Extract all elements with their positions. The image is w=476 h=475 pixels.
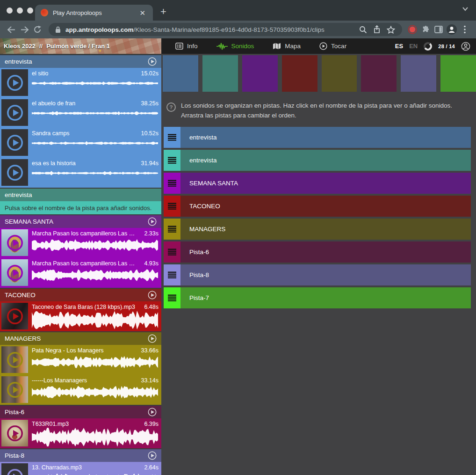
account-icon[interactable] — [461, 42, 470, 51]
clip-thumbnail[interactable] — [1, 463, 28, 475]
track-row[interactable]: TACONEO — [164, 196, 471, 217]
track-play-icon[interactable] — [148, 217, 157, 226]
language-es[interactable]: ES — [395, 43, 403, 50]
drag-handle[interactable] — [164, 287, 180, 308]
drag-handle[interactable] — [164, 219, 180, 240]
browser-tab[interactable]: Play Antropoloops ✕ — [35, 5, 153, 21]
address-bar[interactable]: app.antropoloops.com/Kleos-Santa-Marina/… — [49, 23, 402, 36]
clip-play-icon[interactable] — [6, 73, 24, 92]
minimize-window-icon[interactable] — [17, 7, 23, 14]
forward-icon[interactable] — [18, 23, 31, 36]
clip-play-icon[interactable] — [6, 424, 24, 443]
profile-avatar[interactable] — [445, 23, 458, 36]
tab-close-icon[interactable]: ✕ — [137, 8, 147, 17]
clip-play-icon[interactable] — [6, 163, 24, 182]
tab-search-chevron-icon[interactable] — [462, 7, 469, 11]
zoom-icon[interactable] — [356, 23, 369, 36]
clip-play-icon[interactable] — [6, 234, 24, 252]
track-row[interactable]: Pista-6 — [164, 241, 471, 263]
new-tab-button[interactable]: + — [160, 7, 166, 17]
clip-item[interactable]: 13. Charradas.mp3 2.64s — [0, 462, 161, 475]
browser-menu-icon[interactable] — [458, 23, 471, 36]
zoom-window-icon[interactable] — [27, 7, 33, 14]
track-play-icon[interactable] — [148, 451, 157, 460]
track-play-icon[interactable] — [148, 334, 157, 343]
track-play-icon[interactable] — [148, 57, 157, 66]
clip-thumbnail[interactable] — [1, 129, 28, 156]
sidebar-track-header[interactable]: SEMANA SANTA — [0, 215, 161, 228]
sidebar-track-header[interactable]: Pista-6 — [0, 406, 161, 418]
breadcrumb[interactable]: Kleos 2022 // Pulmón verde / Fran 1 — [0, 38, 161, 54]
track-row[interactable]: MANAGERS — [164, 219, 471, 240]
clip-play-icon[interactable] — [6, 468, 24, 475]
sidebar-track-header[interactable]: entrevista — [0, 55, 161, 68]
clip-item[interactable]: el sitio 15.02s — [0, 68, 161, 98]
clip-item[interactable]: T633R01.mp3 6.39s — [0, 418, 161, 448]
track-color-swatch[interactable] — [242, 55, 278, 92]
clip-item[interactable]: Marcha Pasan los campanilleros Las Mejor… — [0, 258, 161, 288]
drag-handle[interactable] — [164, 241, 180, 263]
share-icon[interactable] — [370, 23, 383, 36]
clip-item[interactable]: el abuelo de fran 38.25s — [0, 98, 161, 128]
track-row[interactable]: Pista-7 — [164, 287, 471, 308]
clip-item[interactable]: Pata Negra - Los Managers 33.66s — [0, 345, 161, 375]
clip-play-icon[interactable] — [6, 263, 24, 282]
track-color-swatch[interactable] — [361, 55, 397, 92]
language-en[interactable]: EN — [409, 43, 418, 50]
sidebar-track-header[interactable]: TACONEO — [0, 289, 161, 301]
drag-handle[interactable] — [164, 264, 180, 285]
clip-thumbnail[interactable] — [1, 376, 28, 403]
track-color-swatch[interactable] — [163, 55, 198, 92]
clip-thumbnail[interactable] — [1, 420, 28, 446]
nav-tab-tocar[interactable]: Tocar — [319, 42, 346, 50]
clip-thumbnail[interactable] — [1, 69, 28, 96]
sidebar-track-header[interactable]: entrevista — [0, 189, 161, 201]
track-row[interactable]: entrevista — [164, 127, 471, 148]
side-panel-icon[interactable] — [432, 23, 445, 36]
drag-handle[interactable] — [164, 127, 180, 148]
back-icon[interactable] — [5, 23, 18, 36]
clip-thumbnail[interactable] — [1, 303, 28, 329]
clip-thumbnail[interactable] — [1, 99, 28, 126]
drag-handle[interactable] — [164, 173, 180, 194]
clip-item[interactable]: Taconeo de Sara Baras (128 kbps).mp3 6.4… — [0, 301, 161, 331]
track-color-swatch[interactable] — [401, 55, 436, 92]
clip-play-icon[interactable] — [6, 380, 24, 399]
clip-thumbnail[interactable] — [1, 259, 28, 286]
clip-item[interactable]: esa es la historia 31.94s — [0, 158, 161, 188]
track-play-icon[interactable] — [148, 291, 157, 300]
track-color-swatch[interactable] — [322, 55, 357, 92]
drag-handle[interactable] — [164, 196, 180, 217]
clip-thumbnail[interactable] — [1, 229, 28, 256]
clip-play-icon[interactable] — [6, 351, 24, 369]
sidebar-track-header[interactable]: MANAGERS — [0, 332, 161, 345]
track-row[interactable]: SEMANA SANTA — [164, 173, 471, 194]
nav-tab-info[interactable]: Info — [175, 43, 198, 50]
clip-item[interactable]: Sandra camps 10.52s — [0, 128, 161, 158]
extensions-puzzle-icon[interactable] — [419, 23, 432, 36]
track-play-icon[interactable] — [148, 408, 157, 417]
clip-play-icon[interactable] — [6, 307, 24, 326]
hint-note: ? Los sonidos se organizan en pistas. Ha… — [166, 101, 464, 121]
track-row[interactable]: entrevista — [164, 150, 471, 171]
clip-play-icon[interactable] — [6, 133, 24, 152]
clip-thumbnail[interactable] — [1, 159, 28, 186]
clip-item[interactable]: ------Los Mananagers 33.14s — [0, 375, 161, 405]
sidebar-track-header[interactable]: Pista-8 — [0, 449, 161, 462]
hint-text: Los sonidos se organizan en pistas. Haz … — [181, 101, 464, 121]
track-color-swatch[interactable] — [440, 55, 476, 92]
nav-tab-sonidos[interactable]: Sonidos — [216, 43, 254, 50]
close-window-icon[interactable] — [7, 7, 13, 14]
track-row[interactable]: Pista-8 — [164, 264, 471, 285]
sidebar-track-clips: 13. Charradas.mp3 2.64s — [0, 462, 161, 475]
clip-thumbnail[interactable] — [1, 346, 28, 373]
record-extension-icon[interactable] — [406, 23, 419, 36]
drag-handle[interactable] — [164, 150, 180, 171]
bookmark-star-icon[interactable] — [384, 23, 397, 36]
clip-item[interactable]: Marcha Pasan los campanilleros Las Mejor… — [0, 228, 161, 258]
nav-tab-mapa[interactable]: Mapa — [273, 43, 301, 50]
clip-play-icon[interactable] — [6, 103, 24, 122]
track-color-swatch[interactable] — [282, 55, 317, 92]
reload-icon[interactable] — [31, 23, 44, 36]
track-color-swatch[interactable] — [202, 55, 238, 92]
